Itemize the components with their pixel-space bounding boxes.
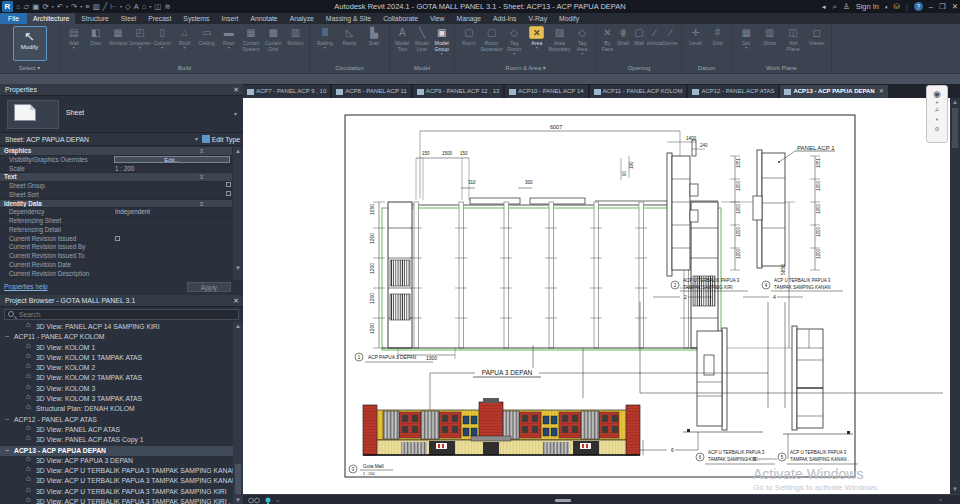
tree-item[interactable]: −ACP12 - PANEL ACP ATAS (0, 415, 233, 425)
checkbox[interactable] (115, 236, 120, 241)
ribbon-tab-precast[interactable]: Precast (142, 13, 177, 24)
user-icon[interactable]: ♙ (843, 2, 850, 11)
ribbon-button-level[interactable]: ✛Level (685, 25, 707, 46)
property-value[interactable] (112, 191, 226, 199)
ribbon-tab-view[interactable]: View (424, 13, 451, 24)
browser-scrollbar[interactable]: ▲▼ (233, 322, 243, 504)
tree-item[interactable]: 3D View: PANEL ACP ATAS Copy 1 (0, 435, 233, 445)
steering-wheel-icon[interactable]: ◉ (927, 88, 947, 100)
ribbon-button-curtain-system[interactable]: ▦Curtain System (240, 25, 262, 52)
ribbon-button-vertical[interactable]: ∕Vertical (647, 25, 663, 46)
pin-icon[interactable]: ≡ (200, 200, 207, 208)
collapse-left-icon[interactable]: < (276, 498, 280, 504)
ribbon-button-window[interactable]: ▦Window (107, 25, 129, 46)
ribbon-button-mullion[interactable]: ▥Mullion (284, 25, 306, 46)
ribbon-button-room[interactable]: ▢Room (458, 25, 481, 46)
restore-button[interactable]: ❐ (939, 2, 946, 11)
property-row[interactable]: Referencing Detail (0, 226, 232, 235)
view-tab[interactable]: ACP10 - PANEL ACP 14 (505, 85, 587, 98)
tree-item[interactable]: 3D View: ACP U TERBALIK PAPUA 3 TAMPAK S… (0, 476, 233, 486)
tree-item[interactable]: 3D View: PANEL ACP 14 SAMPING KIRI (0, 322, 233, 332)
glasses-icon[interactable] (248, 497, 260, 504)
chevron-down-icon[interactable]: ▼ (927, 117, 947, 122)
property-row[interactable]: DependencyIndependent (0, 208, 232, 217)
ribbon-tab-insert[interactable]: Insert (215, 13, 244, 24)
ribbon-tab-annotate[interactable]: Annotate (244, 13, 283, 24)
tree-item[interactable]: 3D View: ACP PAPUA 3 DEPAN (0, 456, 233, 466)
ribbon-tab-file[interactable]: File (0, 13, 27, 24)
expand-right-icon[interactable]: > (938, 495, 942, 504)
ribbon-button-dormer[interactable]: ∕Dormer (663, 25, 679, 46)
gear-icon[interactable]: ⚙ (927, 125, 947, 132)
ribbon-button-viewer[interactable]: ◻Viewer (805, 25, 829, 46)
tree-item[interactable]: −ACP13 - ACP PAPUA DEPAN (0, 446, 233, 456)
expander-icon[interactable]: − (5, 332, 9, 342)
ribbon-button-model-group[interactable]: ▣Model Group▾ (432, 25, 452, 56)
tree-item[interactable]: 3D View: KOLOM 1 (0, 343, 233, 353)
property-row[interactable]: Current Revision Description (0, 270, 232, 279)
ribbon-button-ceiling[interactable]: ▭Ceiling (196, 25, 218, 46)
property-value[interactable] (112, 261, 232, 269)
ribbon-tab-add-ins[interactable]: Add-Ins (487, 13, 522, 24)
sign-in[interactable]: Sign In (856, 2, 879, 11)
ribbon-button-ramp[interactable]: ◺Ramp (337, 25, 362, 46)
ribbon-tab-modify[interactable]: Modify (553, 13, 585, 24)
ribbon-button-area[interactable]: ✕Area▾ (526, 25, 549, 50)
view-tab[interactable]: ACP12 - PANEL ACP ATAS (688, 85, 778, 98)
ribbon-button-tag-room[interactable]: ◇Tag Room▾ (503, 25, 526, 56)
properties-help-link[interactable]: Properties help (4, 283, 48, 290)
ribbon-button-modify[interactable]: ↖Modify (13, 26, 47, 61)
apply-button[interactable]: Apply (187, 282, 231, 292)
properties-scrollbar[interactable]: ▲▼ (233, 147, 243, 280)
tree-item[interactable]: Structural Plan: DENAH KOLOM (0, 404, 233, 414)
expander-icon[interactable]: − (5, 446, 9, 456)
drawing-canvas[interactable]: ACP7 - PANEL ACP 9 , 10ACP8 - PANEL ACP … (243, 84, 960, 504)
property-row[interactable]: Current Revision Date (0, 261, 232, 270)
ribbon-tab-architecture[interactable]: Architecture (27, 13, 75, 24)
ribbon-tab-massing-site[interactable]: Massing & Site (320, 13, 377, 24)
tree-item[interactable]: 3D View: ACP U TERBALIK PAPUA 3 TAMPAK S… (0, 466, 233, 476)
tree-item[interactable]: −ACP11 - PANEL ACP KOLOM (0, 332, 233, 342)
ribbon-button-show[interactable]: ▥Show (758, 25, 782, 46)
property-row[interactable]: Current Revision Issued To (0, 252, 232, 261)
chevron-down-icon[interactable]: ▾ (234, 110, 237, 117)
ribbon-button-stair[interactable]: ▙Stair (362, 25, 387, 46)
property-value[interactable]: Edit... (112, 156, 232, 164)
tree-item[interactable]: 3D View: KOLOM 2 TAMPAK ATAS (0, 373, 233, 383)
close-button[interactable]: ✕ (952, 2, 958, 11)
property-row[interactable]: Scale1 : 200 (0, 165, 232, 174)
tree-item[interactable]: 3D View: ACP U TERBALIK PAPUA 3 TAMPAK S… (0, 497, 233, 504)
back-icon[interactable]: ◄ (821, 4, 827, 10)
hscroll-thumb[interactable] (555, 499, 571, 502)
ribbon-tab-steel[interactable]: Steel (115, 13, 143, 24)
property-row[interactable]: Sheet Sort (0, 191, 232, 200)
ribbon-tab-structure[interactable]: Structure (75, 13, 115, 24)
zoom-icon[interactable]: ⌕ (927, 105, 947, 115)
close-icon[interactable]: ✕ (879, 85, 884, 98)
view-tab[interactable]: ACP9 - PANEL ACP 12 , 13 (413, 85, 504, 98)
lightbulb-icon[interactable] (265, 497, 271, 504)
ribbon-button-by-face[interactable]: ✕By Face (600, 25, 616, 52)
tree-item[interactable]: 3D View: KOLOM 2 (0, 363, 233, 373)
ribbon-button-wall[interactable]: ▤Wall▾ (63, 25, 85, 50)
property-value[interactable] (112, 243, 232, 251)
canvas-vertical-scrollbar[interactable]: ▲▼ (950, 98, 960, 494)
dropdown-icon[interactable]: ▾ (885, 4, 888, 10)
properties-close-icon[interactable]: ✕ (233, 84, 239, 96)
ribbon-button-model-line[interactable]: ╲Model Line (412, 25, 432, 52)
ribbon-button-shaft[interactable]: ⋕Shaft (615, 25, 631, 46)
search-input[interactable]: Search (4, 309, 239, 320)
property-value[interactable] (112, 252, 232, 260)
ribbon-button-room-separator[interactable]: ▢Room Separator (480, 25, 503, 52)
ribbon-tab-manage[interactable]: Manage (451, 13, 488, 24)
ribbon-button-door[interactable]: ◧Door (85, 25, 107, 46)
property-value[interactable]: 1 : 200 (112, 165, 232, 173)
ribbon-button-set[interactable]: ▦Set▾ (735, 25, 759, 50)
ribbon-button-ref-plane[interactable]: ◫Ref Plane (782, 25, 806, 52)
project-browser-close-icon[interactable]: ✕ (233, 295, 239, 307)
ribbon-tab-collaborate[interactable]: Collaborate (377, 13, 424, 24)
navigation-bar[interactable]: ◉ ▼ ⌕ ▼ ⚙ (926, 85, 948, 143)
ribbon-button-column[interactable]: ▯Column▾ (151, 25, 173, 50)
help-icon[interactable]: ? (914, 2, 923, 11)
view-tab[interactable]: ACP8 - PANEL ACP 11 (332, 85, 410, 98)
